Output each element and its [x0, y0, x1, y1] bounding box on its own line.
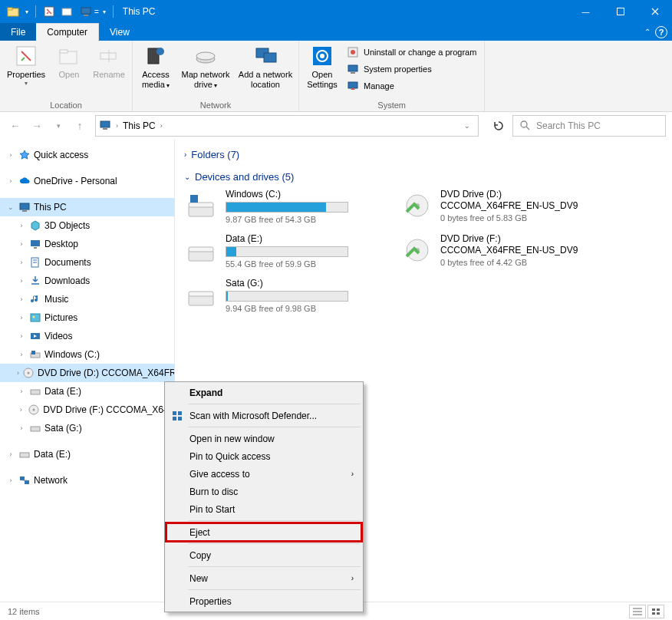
- qat-dropdown-icon[interactable]: ▾: [23, 3, 31, 20]
- devices-group-header[interactable]: ⌄ Devices and drives (5): [184, 171, 663, 183]
- settings-gear-icon: [310, 44, 334, 68]
- svg-point-13: [156, 48, 164, 55]
- cm-open-new-window[interactable]: Open in new window: [166, 430, 361, 447]
- music-icon: [29, 293, 41, 305]
- ribbon-collapse[interactable]: ⌃ ?: [640, 23, 672, 41]
- tree-dvd-f[interactable]: ›DVD Drive (F:) CCCOMA_X64F: [0, 401, 174, 419]
- submenu-arrow-icon: ›: [351, 470, 354, 478]
- search-icon: [519, 120, 530, 133]
- ribbon-group-system: Open Settings Uninstall or change a prog…: [299, 41, 485, 111]
- drive-item[interactable]: Data (E:) 55.4 GB free of 59.9 GB: [184, 233, 384, 269]
- cm-expand[interactable]: Expand: [166, 384, 361, 401]
- qat-thispc-icon[interactable]: [77, 3, 94, 20]
- view-details-button[interactable]: [629, 605, 646, 618]
- maximize-button[interactable]: [603, 0, 637, 23]
- drive-icon: [18, 448, 31, 460]
- drive-sub: CCCOMA_X64FRE_EN-US_DV9: [440, 245, 598, 256]
- map-network-drive-button[interactable]: Map network drive ▾: [177, 44, 234, 91]
- tree-videos[interactable]: ›Videos: [0, 327, 174, 345]
- svg-point-15: [196, 52, 215, 60]
- videos-icon: [29, 330, 41, 342]
- qat-folder-icon[interactable]: [5, 3, 21, 20]
- qat-newfolder-icon[interactable]: [59, 3, 76, 20]
- svg-point-20: [320, 54, 324, 58]
- tree-pictures[interactable]: ›Pictures: [0, 308, 174, 327]
- tree-network[interactable]: ›Network: [0, 471, 174, 490]
- access-media-button[interactable]: Access media ▾: [137, 44, 174, 91]
- crumb-chevron-icon-2[interactable]: ›: [160, 122, 163, 130]
- address-bar[interactable]: › This PC › ⌄: [95, 115, 479, 137]
- view-large-icons-button[interactable]: [647, 605, 664, 618]
- svg-rect-4: [81, 8, 91, 14]
- search-box[interactable]: [512, 115, 666, 137]
- cm-separator: [188, 520, 361, 521]
- svg-rect-37: [31, 314, 40, 322]
- cm-properties[interactable]: Properties: [166, 592, 361, 610]
- cm-give-access-to[interactable]: Give access to›: [166, 465, 361, 483]
- nav-recent-dropdown[interactable]: ▾: [49, 117, 68, 135]
- expander-icon[interactable]: ⌄: [6, 203, 15, 211]
- properties-button[interactable]: Properties ▾: [5, 44, 48, 87]
- ribbon-group-location: Properties ▾ Open Rename Location: [0, 41, 133, 111]
- tab-file[interactable]: File: [0, 23, 36, 41]
- uninstall-program-button[interactable]: Uninstall or change a program: [344, 44, 479, 61]
- cm-new[interactable]: New›: [166, 569, 361, 587]
- tree-downloads[interactable]: ›Downloads: [0, 272, 174, 290]
- address-dropdown-button[interactable]: ⌄: [460, 122, 475, 130]
- tree-3d-objects[interactable]: ›3D Objects: [0, 216, 174, 235]
- cm-eject[interactable]: Eject: [166, 523, 361, 541]
- cm-burn-to-disc[interactable]: Burn to disc: [166, 483, 361, 500]
- hdd-icon: [184, 278, 218, 312]
- svg-rect-65: [173, 417, 176, 420]
- drive-item[interactable]: DVD Drive (F:) CCCOMA_X64FRE_EN-US_DV9 0…: [399, 233, 598, 269]
- tree-music[interactable]: ›Music: [0, 290, 174, 308]
- expander-icon[interactable]: ›: [6, 151, 15, 159]
- tree-quick-access[interactable]: › Quick access: [0, 146, 174, 164]
- breadcrumb-thispc[interactable]: This PC: [123, 120, 156, 131]
- refresh-button[interactable]: [488, 115, 509, 137]
- drive-icon: [29, 348, 41, 361]
- tree-sata-g[interactable]: ›Sata (G:): [0, 419, 174, 437]
- drive-item[interactable]: Sata (G:) 9.94 GB free of 9.98 GB: [184, 278, 384, 313]
- dvd-drive-icon: [399, 189, 433, 223]
- open-settings-button[interactable]: Open Settings: [304, 44, 341, 90]
- system-properties-button[interactable]: System properties: [344, 61, 479, 78]
- tree-onedrive[interactable]: › OneDrive - Personal: [0, 172, 174, 190]
- qat-properties-icon[interactable]: [41, 3, 58, 20]
- nav-up-button[interactable]: ↑: [71, 117, 89, 135]
- tree-data-e[interactable]: ›Data (E:): [0, 382, 174, 401]
- cm-scan-defender[interactable]: Scan with Microsoft Defender...: [166, 407, 361, 424]
- cm-pin-to-start[interactable]: Pin to Start: [166, 500, 361, 518]
- crumb-chevron-icon[interactable]: ›: [116, 122, 118, 130]
- qat-dropdown2-icon[interactable]: ▾: [100, 3, 108, 20]
- cm-copy[interactable]: Copy: [166, 546, 361, 564]
- expander-icon[interactable]: ›: [6, 177, 15, 185]
- drive-item[interactable]: DVD Drive (D:) CCCOMA_X64FRE_EN-US_DV9 0…: [399, 189, 598, 224]
- manage-icon: [347, 80, 359, 92]
- desktop-icon: [29, 238, 41, 250]
- folders-group-header[interactable]: › Folders (7): [184, 149, 663, 160]
- manage-button[interactable]: Manage: [344, 78, 479, 94]
- cm-pin-quick-access[interactable]: Pin to Quick access: [166, 447, 361, 465]
- titlebar: ▾ = ▾ This PC —: [0, 0, 672, 23]
- svg-rect-73: [657, 612, 660, 615]
- tree-desktop[interactable]: ›Desktop: [0, 235, 174, 253]
- minimize-button[interactable]: —: [568, 0, 603, 23]
- tree-windows-c[interactable]: ›Windows (C:): [0, 345, 174, 364]
- add-network-location-button[interactable]: Add a network location: [237, 44, 294, 90]
- tree-this-pc[interactable]: ⌄ This PC: [0, 198, 174, 216]
- tab-view[interactable]: View: [99, 23, 140, 41]
- close-button[interactable]: [637, 0, 672, 23]
- drive-item[interactable]: Windows (C:) 9.87 GB free of 54.3 GB: [184, 189, 384, 224]
- map-drive-icon: [193, 44, 218, 68]
- svg-rect-49: [20, 477, 25, 480]
- search-input[interactable]: [536, 120, 659, 131]
- tree-data-e-root[interactable]: ›Data (E:): [0, 445, 174, 463]
- help-icon[interactable]: ?: [655, 26, 667, 38]
- tab-computer[interactable]: Computer: [36, 23, 99, 41]
- pc-icon: [18, 201, 31, 213]
- nav-back-button[interactable]: ←: [6, 117, 25, 135]
- cm-separator: [188, 589, 361, 590]
- tree-dvd-d[interactable]: ›DVD Drive (D:) CCCOMA_X64FRE: [0, 364, 174, 382]
- tree-documents[interactable]: ›Documents: [0, 253, 174, 272]
